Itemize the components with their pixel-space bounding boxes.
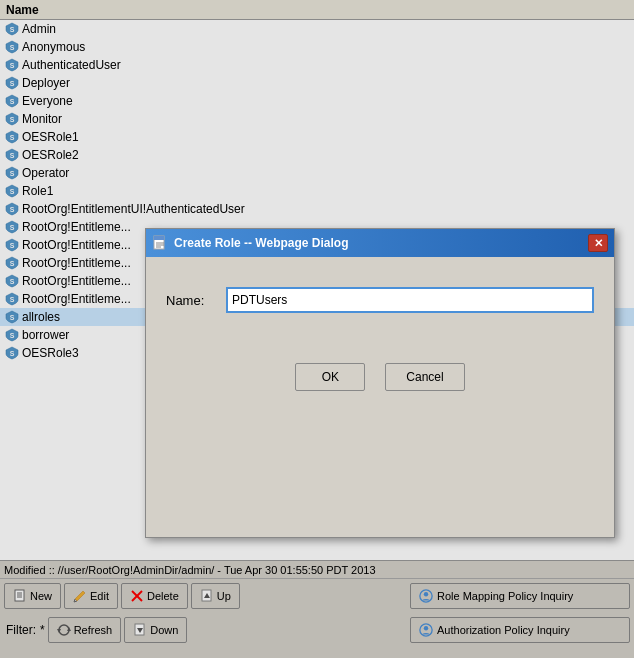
dialog-cancel-button[interactable]: Cancel: [385, 363, 464, 391]
name-field-label: Name:: [166, 293, 216, 308]
dialog-title-left: Create Role -- Webpage Dialog: [152, 235, 348, 251]
svg-rect-38: [154, 236, 164, 240]
dialog-overlay: Create Role -- Webpage Dialog ✕ Name: OK…: [0, 0, 634, 658]
dialog-ok-button[interactable]: OK: [295, 363, 365, 391]
name-input[interactable]: [226, 287, 594, 313]
dialog-body: Name: OK Cancel: [146, 257, 614, 537]
dialog-close-button[interactable]: ✕: [588, 234, 608, 252]
create-role-dialog: Create Role -- Webpage Dialog ✕ Name: OK…: [145, 228, 615, 538]
dialog-titlebar: Create Role -- Webpage Dialog ✕: [146, 229, 614, 257]
dialog-title-icon: [152, 235, 168, 251]
dialog-name-field: Name:: [166, 287, 594, 313]
dialog-title: Create Role -- Webpage Dialog: [174, 236, 348, 250]
dialog-buttons: OK Cancel: [166, 363, 594, 391]
